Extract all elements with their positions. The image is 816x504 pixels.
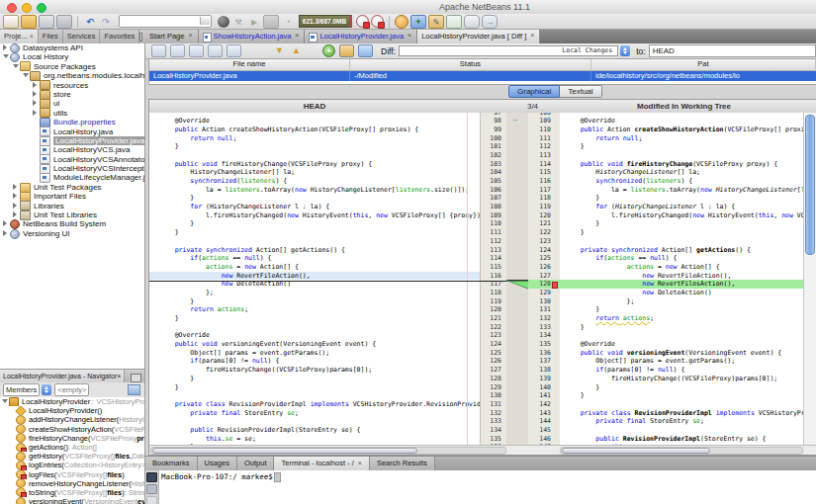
collapse-arrow-icon[interactable] [2,397,9,406]
tab-close-icon[interactable]: × [295,32,299,39]
clean-build-icon[interactable] [218,16,229,28]
save-icon[interactable] [56,15,72,29]
navigator-member-row[interactable]: getHistory(VCSFileProxy[] files, Date fr… [0,452,144,461]
navigator-minimize-icon[interactable] [131,374,141,382]
expand-arrow-icon[interactable] [3,229,10,238]
tree-row[interactable]: utils [0,109,144,118]
navigator-root-row[interactable]: LocalHistoryProvider :: VCSHistoryProvid… [0,397,144,406]
file-table-row[interactable]: LocalHistoryProvider.java -/Modified ide… [149,71,816,82]
tab-close-icon[interactable]: × [408,32,411,39]
versioning-commit-icon[interactable] [482,15,498,29]
tree-row[interactable]: Bundle.properties [0,118,144,126]
expand-arrow-icon[interactable] [13,192,20,201]
tree-row[interactable]: LocalHistory.java [0,127,144,136]
terminal-output[interactable]: MacBook-Pro-107:/ markee$ [161,472,281,482]
navigator-member-row[interactable]: logFiles(VCSFileProxy[] files) [0,470,144,479]
tree-row[interactable]: Important Files [0,192,144,201]
previous-difference-icon[interactable] [290,45,303,56]
navigator-member-row[interactable]: toString(VCSFileProxy[] files) : String [0,488,144,497]
new-file-icon[interactable] [3,15,19,29]
diff-options-icon[interactable] [227,44,241,57]
navigator-member-row[interactable]: logEntries(Collection<HistoryEntry> en [0,461,144,469]
expand-arrow-icon[interactable] [33,99,40,108]
debug-icon[interactable] [263,15,279,29]
column-header-status[interactable]: Status [350,59,591,70]
tree-row[interactable]: resources [0,81,144,90]
go-to-source-icon[interactable] [170,44,185,57]
navigator-member-row[interactable]: fireHistoryChange(VCSFileProxy proxy) [0,434,144,443]
navigator-tab[interactable]: LocalHistoryProvider.java - Navigator × [0,370,125,382]
navigator-close-icon[interactable]: × [117,373,121,379]
navigator-sort-icon[interactable] [128,384,140,395]
navigator-members-select[interactable]: Members [3,383,40,396]
local-history-icon[interactable] [208,44,223,57]
minimize-window-button[interactable] [22,3,32,13]
profile-icon[interactable] [281,16,295,28]
versioning-update-icon[interactable] [410,15,426,29]
expand-arrow-icon[interactable] [13,210,20,219]
tab-close-icon[interactable]: × [358,460,362,466]
tree-row[interactable]: ui [0,99,144,108]
graphical-view-button[interactable]: Graphical [508,85,560,98]
scrollbar-thumb[interactable] [805,115,815,255]
editor-tab[interactable]: ShowHistoryAction.java× [199,30,306,43]
tree-row[interactable]: NetBeans Build System [0,219,144,228]
terminal-clear-icon[interactable] [146,496,157,504]
diff-target-select[interactable]: HEAD [649,44,816,57]
expand-arrow-icon[interactable] [3,43,10,52]
tree-row[interactable]: store [0,90,144,99]
diff-right-pane[interactable]: @Override public Action createShowHistor… [560,113,803,448]
tree-row[interactable]: org.netbeans.modules.localhistory [0,71,144,80]
versioning-refresh-icon[interactable] [395,15,408,29]
navigator-member-row[interactable]: getActions() : Action[] [0,443,144,452]
navigator-member-row[interactable]: LocalHistoryProvider() [0,406,144,415]
bottom-tab-bookmarks[interactable]: Bookmarks [145,457,198,471]
configuration-select[interactable] [119,15,212,28]
save-all-icon[interactable] [39,15,54,29]
tree-row[interactable]: Local History [0,52,144,61]
toggle-local-icon[interactable] [339,44,354,57]
navigator-member-row[interactable]: createShowHistoryAction(VCSFileProxy[ [0,425,144,434]
build-icon[interactable] [231,16,245,28]
tree-row[interactable]: Datasystems API [0,43,144,52]
versioning-show-changes-icon[interactable] [446,15,462,29]
bottom-tab-usages[interactable]: Usages [198,457,237,471]
tab-close-icon[interactable]: × [30,33,34,40]
terminal-settings-icon[interactable] [146,484,157,494]
toggle-remote-icon[interactable] [358,44,373,57]
diff-source-select[interactable]: Local Changes [399,45,618,56]
left-hscrollbar-thumb[interactable] [152,448,417,454]
right-hscrollbar-thumb[interactable] [562,448,710,454]
run-icon[interactable] [247,16,261,28]
tab-close-icon[interactable]: × [530,32,534,39]
editor-tab[interactable]: LocalHistoryProvider.java× [305,30,417,43]
vertical-scrollbar[interactable] [803,113,816,448]
tree-row[interactable]: Source Packages [0,62,144,71]
diff-select-stepper-icon[interactable] [620,45,630,56]
close-window-button[interactable] [7,3,17,13]
column-header-path[interactable]: Pat [591,59,816,70]
expand-arrow-icon[interactable] [3,219,10,228]
sidebar-tab-services[interactable]: Services [63,30,101,43]
tree-row[interactable]: Unit Test Libraries [0,210,144,219]
tab-close-icon[interactable]: × [188,32,192,39]
sidebar-tab-files[interactable]: Files [39,30,63,43]
versioning-revert-icon[interactable] [464,15,480,29]
right-hscrollbar[interactable] [560,447,803,455]
tree-row[interactable]: ModuleLifecycleManager.java [0,173,144,182]
apply-diff-arrow-icon[interactable]: → [510,115,518,124]
undo-icon[interactable] [83,16,97,28]
navigator-filter-select[interactable]: <empty> [54,383,89,396]
sidebar-tab-proje[interactable]: Proje...× [0,30,39,43]
expand-arrow-icon[interactable] [13,202,20,210]
expand-arrow-icon[interactable] [33,90,40,99]
expand-arrow-icon[interactable] [33,81,40,90]
column-header-file-name[interactable]: File name [149,59,350,70]
memory-indicator[interactable]: 621.3/687.0MB [299,15,352,28]
tree-row[interactable]: Libraries [0,202,144,210]
bottom-tab-search[interactable]: Search Results [370,457,435,471]
sidebar-minimize-icon[interactable] [139,33,142,42]
export-patch-icon[interactable] [189,44,204,57]
redo-icon[interactable] [99,16,113,28]
open-project-icon[interactable] [21,15,37,29]
